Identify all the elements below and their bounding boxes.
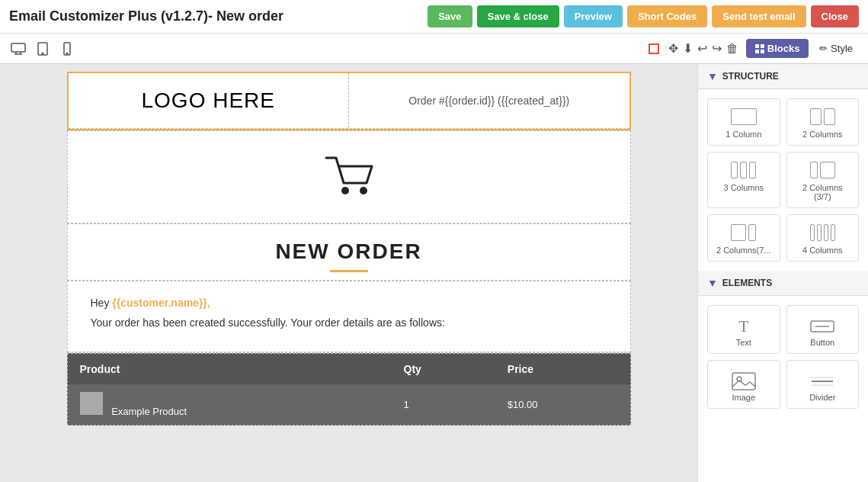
select-box-icon [649,43,659,54]
email-canvas[interactable]: LOGO HERE Order #{{order.id}} ({{created… [0,64,697,482]
image-element-icon [730,370,757,393]
col-qty: Qty [392,354,495,384]
body-text: Your order has been created successfully… [91,317,607,329]
style-button[interactable]: ✏ Style [812,39,860,58]
element-image[interactable]: Image [707,360,780,409]
2col-icon [810,108,835,125]
structure-2col[interactable]: 2 Columns [786,98,860,146]
blocks-label: Blocks [767,43,800,54]
divider-label: Divider [809,393,835,402]
mobile-icon[interactable] [56,38,78,59]
elements-label: ELEMENTS [722,278,772,288]
col-price: Price [495,354,630,384]
svg-rect-0 [11,43,25,52]
text-label: Text [736,338,751,347]
structure-label: STRUCTURE [722,71,779,82]
qty-cell: 1 [392,384,495,425]
element-text[interactable]: T Text [707,305,780,354]
2col-37-label: 2 Columns(3/7) [802,183,843,201]
redo-icon[interactable]: ↪ [712,41,722,56]
2col-37-icon [810,162,835,178]
main-area: LOGO HERE Order #{{order.id}} ({{created… [0,64,868,482]
title-area: NEW ORDER [68,224,630,280]
4col-label: 4 Columns [802,246,843,255]
elements-arrow-icon: ▼ [707,277,718,289]
structure-4col[interactable]: 4 Columns [786,214,860,262]
structure-section-header[interactable]: ▼ STRUCTURE [698,64,868,89]
grid-icon [755,44,764,53]
2col-73-icon [731,224,756,241]
desktop-icon[interactable] [8,38,29,59]
svg-point-9 [360,187,367,194]
shortcodes-button[interactable]: Short Codes [627,5,707,27]
tablet-icon[interactable] [32,38,53,59]
structure-2col-73[interactable]: 2 Columns(7... [707,214,780,262]
button-element-icon [809,315,836,338]
logo-cell[interactable]: LOGO HERE [69,73,350,128]
save-button[interactable]: Save [428,5,472,27]
email-wrapper: LOGO HERE Order #{{order.id}} ({{created… [67,72,631,426]
delete-icon[interactable]: 🗑 [726,42,738,56]
move-icon[interactable]: ✥ [668,41,678,56]
save-close-button[interactable]: Save & close [477,5,559,27]
structure-grid: 1 Column 2 Columns 3 Columns [698,89,868,271]
3col-label: 3 Columns [723,183,764,192]
greeting-text: Hey {{customer.name}}, [91,297,607,309]
2col-label: 2 Columns [802,130,843,139]
blocks-button[interactable]: Blocks [746,39,809,58]
product-image [80,392,103,415]
structure-1col[interactable]: 1 Column [707,98,780,146]
app-header: Email Customizer Plus (v1.2.7)- New orde… [0,0,868,34]
send-test-button[interactable]: Send test email [712,5,806,27]
table-block[interactable]: Product Qty Price Example Product 1 [67,353,631,426]
undo-icon[interactable]: ↩ [697,41,707,56]
text-element-icon: T [730,315,757,338]
style-label: Style [831,43,853,54]
4col-icon [810,224,835,241]
toolbar: ✥ ⬇ ↩ ↪ 🗑 Blocks ✏ Style [0,34,868,64]
app-title: Email Customizer Plus (v1.2.7)- New orde… [9,8,423,24]
toolbar-actions: ✥ ⬇ ↩ ↪ 🗑 [649,41,738,56]
greeting-static: Hey [91,297,113,309]
text-area: Hey {{customer.name}}, Your order has be… [68,281,630,352]
svg-rect-13 [732,373,755,390]
paintbrush-icon: ✏ [819,43,828,54]
svg-point-8 [341,187,349,194]
product-cell: Example Product [68,384,392,425]
customer-var: {{customer.name}}, [112,297,210,309]
right-panel: ▼ STRUCTURE 1 Column 2 Columns [697,64,868,482]
text-block[interactable]: Hey {{customer.name}}, Your order has be… [67,281,631,353]
svg-point-5 [42,53,43,54]
svg-text:T: T [738,317,749,336]
button-label: Button [810,338,834,347]
image-label: Image [732,393,755,402]
title-underline [330,270,368,272]
logo-text: LOGO HERE [142,88,276,113]
elements-section-header[interactable]: ▼ ELEMENTS [698,271,868,296]
divider-element-icon [809,370,836,393]
table-header-row: Product Qty Price [68,354,630,384]
close-button[interactable]: Close [811,5,859,27]
logo-light: HERE [206,88,275,112]
header-row: LOGO HERE Order #{{order.id}} ({{created… [69,73,629,129]
order-cell[interactable]: Order #{{order.id}} ({{created_at}}) [349,73,629,128]
table-row: Example Product 1 $10.00 [68,384,630,425]
preview-button[interactable]: Preview [564,5,623,27]
logo-bold: LOGO [142,88,207,112]
title-block[interactable]: NEW ORDER [67,223,631,281]
structure-3col[interactable]: 3 Columns [707,152,780,208]
col-product: Product [68,354,392,384]
download-icon[interactable]: ⬇ [683,41,693,56]
element-button[interactable]: Button [786,305,860,354]
element-divider[interactable]: Divider [786,360,860,409]
cart-block[interactable] [67,130,631,223]
cart-icon [322,154,376,200]
product-table: Product Qty Price Example Product 1 [68,354,630,425]
header-block[interactable]: LOGO HERE Order #{{order.id}} ({{created… [67,72,631,130]
structure-arrow-icon: ▼ [707,70,718,82]
product-name: Example Product [111,406,187,417]
2col-73-label: 2 Columns(7... [716,246,771,255]
1col-icon [731,108,757,125]
3col-icon [731,162,756,178]
structure-2col-37[interactable]: 2 Columns(3/7) [786,152,860,208]
